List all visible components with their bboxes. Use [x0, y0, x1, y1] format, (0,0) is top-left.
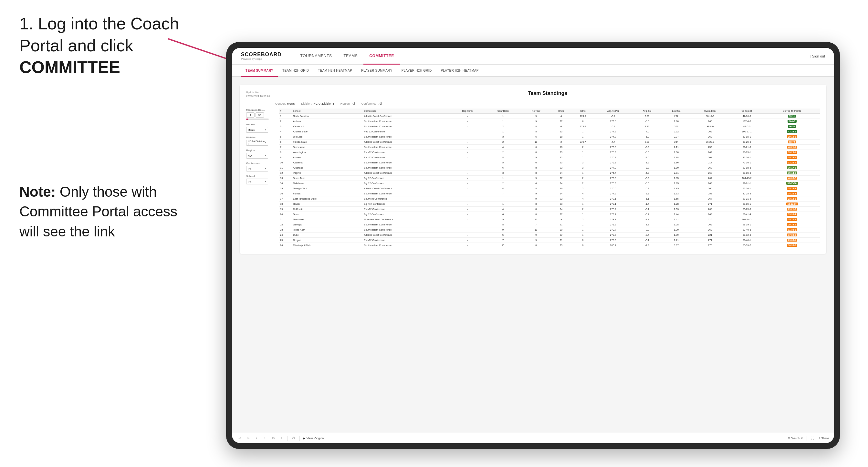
gender-select[interactable]: Men's ▼	[246, 127, 268, 133]
sub-nav-player-h2h-heatmap[interactable]: PLAYER H2H HEATMAP	[436, 65, 483, 77]
cell-vs25: 59-39-1	[730, 222, 764, 227]
view-original-button[interactable]: ▶ View: Original	[303, 437, 324, 440]
card-title: Team Standings	[275, 90, 820, 96]
cell-pts: 20-39-1	[764, 222, 820, 227]
watch-button[interactable]: 👁 Watch ▼	[787, 437, 803, 440]
min-input[interactable]: 4	[246, 113, 254, 118]
cell-adj: 276.9	[594, 160, 632, 165]
table-row: 22 Georgia Southeastern Conference - 8 7…	[279, 222, 820, 227]
cell-rnds: 27	[551, 212, 571, 217]
cell-rank: 14	[279, 181, 292, 186]
cell-school: Texas A&M	[292, 227, 363, 232]
cell-wins: 1	[572, 212, 594, 217]
cell-rnds: 18	[551, 145, 571, 150]
cell-cr: 8	[485, 155, 521, 160]
cell-low: 1.53	[662, 207, 691, 212]
cell-avg: 2.77	[632, 124, 662, 129]
cell-rnds: 23	[551, 160, 571, 165]
nav-item-committee[interactable]: COMMITTEE	[364, 48, 400, 65]
cell-nt: 4	[521, 181, 551, 186]
col-conference: Conference	[363, 108, 450, 114]
score-badge: 90.58	[788, 125, 796, 128]
forward-icon[interactable]: ›	[262, 436, 268, 441]
cell-overall: 262	[691, 150, 730, 155]
sign-out-button[interactable]: Sign out	[810, 54, 825, 58]
table-row: 1 North Carolina Atlantic Coast Conferen…	[279, 114, 820, 119]
cell-rr: -	[450, 186, 485, 191]
table-row: 5 Ole Miss Southeastern Conference - 3 6…	[279, 134, 820, 139]
cell-pts: 29-15-1	[764, 134, 820, 139]
score-badge: 29-15-1	[787, 135, 797, 138]
cell-low: 2.52	[662, 129, 691, 134]
cell-pts: 90.58	[764, 124, 820, 129]
sub-nav: TEAM SUMMARY TEAM H2H GRID TEAM H2H HEAT…	[232, 65, 834, 77]
back-icon[interactable]: ‹	[254, 436, 259, 441]
cell-cr: 8	[485, 222, 521, 227]
score-badge: 33-38-4	[787, 213, 797, 216]
cell-rank: 24	[279, 232, 292, 238]
add-icon[interactable]: +	[279, 436, 284, 441]
cell-rr: -	[450, 124, 485, 129]
school-select[interactable]: (All) ▼	[246, 179, 268, 184]
cell-nt: 8	[521, 243, 551, 248]
clock-icon[interactable]: ⏱	[291, 436, 296, 441]
score-badge: 30-15-18	[786, 182, 798, 185]
division-select[interactable]: NCAA Division I ▼	[246, 140, 268, 146]
cell-adj: 276.9	[594, 181, 632, 186]
cell-low: 1.44	[662, 212, 691, 217]
nav-item-teams[interactable]: TEAMS	[338, 48, 364, 65]
score-badge: 11-38-2	[787, 228, 797, 231]
region-select[interactable]: N/A ▼	[246, 153, 268, 159]
col-rnds: Rnds	[551, 108, 571, 114]
cell-school: Vanderbilt	[292, 124, 363, 129]
table-container: # School Conference Reg Rank Conf Rank N…	[279, 108, 820, 248]
cell-low: 0.97	[662, 243, 691, 248]
cell-rr: -	[450, 145, 485, 150]
conference-select[interactable]: (All) ▼	[246, 166, 268, 172]
col-rank: #	[279, 108, 292, 114]
cell-rank: 7	[279, 145, 292, 150]
cell-rr: -	[450, 134, 485, 139]
cell-pts: 54-4-0	[764, 119, 820, 124]
min-rounds-slider[interactable]	[246, 119, 269, 120]
cell-cr: 1	[485, 201, 521, 207]
cell-school: New Mexico	[292, 217, 363, 222]
undo-icon[interactable]: ↩	[237, 436, 242, 441]
cell-conf: Atlantic Coast Conference	[363, 170, 450, 176]
copy-icon[interactable]: ⧉	[271, 436, 276, 441]
max-input[interactable]: 30	[255, 113, 264, 118]
sub-nav-player-summary[interactable]: PLAYER SUMMARY	[356, 65, 397, 77]
cell-school: East Tennessee State	[292, 196, 363, 201]
cell-vs25: 87-21-2	[730, 196, 764, 201]
cell-cr: 4	[485, 186, 521, 191]
cell-pts: 43-23-1	[764, 129, 820, 134]
school-group: School (All) ▼	[246, 175, 275, 184]
sub-nav-team-h2h-heatmap[interactable]: TEAM H2H HEATMAP	[313, 65, 356, 77]
sub-nav-team-summary[interactable]: TEAM SUMMARY	[241, 65, 278, 77]
cell-rank: 3	[279, 124, 292, 129]
cell-low: 1.28	[662, 222, 691, 227]
nav-item-tournaments[interactable]: TOURNAMENTS	[294, 48, 338, 65]
toolbar-divider-2	[300, 436, 300, 441]
cell-avg: -5.0	[632, 134, 662, 139]
cell-rank: 10	[279, 160, 292, 165]
table-row: 7 Tennessee Southeastern Conference - 4 …	[279, 145, 820, 150]
sub-nav-player-h2h-grid[interactable]: PLAYER H2H GRID	[397, 65, 436, 77]
cell-adj: 279.7	[594, 227, 632, 232]
fullscreen-icon[interactable]: ⛶	[810, 436, 815, 441]
cell-rnds: 18	[551, 134, 571, 139]
redo-icon[interactable]: ↪	[246, 436, 251, 441]
cell-overall: 269	[691, 181, 730, 186]
cell-adj: 278.7	[594, 217, 632, 222]
cell-school: Florida State	[292, 139, 363, 145]
cell-rr: -	[450, 238, 485, 243]
cell-school: Arkansas	[292, 165, 363, 170]
score-badge: 10-30-0	[787, 244, 797, 247]
share-button[interactable]: ⤴ Share	[818, 437, 829, 440]
slider-fill	[246, 119, 248, 120]
score-badge: 12-17-17	[786, 203, 798, 206]
cell-adj: 276.5	[594, 186, 632, 191]
sub-nav-team-h2h-grid[interactable]: TEAM H2H GRID	[278, 65, 313, 77]
score-badge: 68.79	[788, 141, 796, 144]
cell-vs25: 90-32-0	[730, 232, 764, 238]
